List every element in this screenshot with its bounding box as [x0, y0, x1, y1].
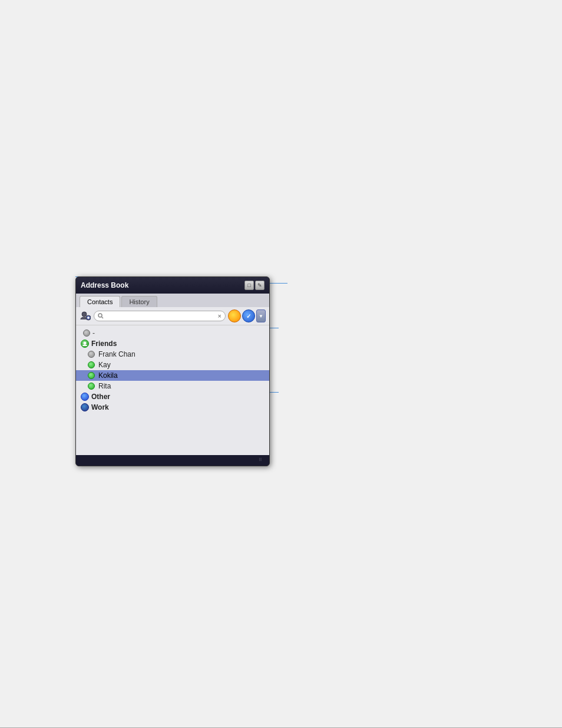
list-item[interactable]: Rita [76, 381, 269, 391]
window-title: Address Book [81, 281, 128, 289]
address-book-window: Address Book □ ✎ Contacts History [75, 276, 270, 466]
list-item-selected[interactable]: Kokila [76, 370, 269, 381]
list-item[interactable]: Frank Chan [76, 349, 269, 360]
filter-dropdown-button[interactable]: ▼ [256, 309, 266, 322]
filter-blue-button[interactable] [242, 309, 255, 322]
group-label-work: Work [91, 403, 109, 411]
title-bar-buttons: □ ✎ [244, 281, 265, 290]
svg-point-0 [82, 312, 87, 317]
group-label-other: Other [91, 393, 110, 401]
list-item[interactable]: - [76, 328, 269, 338]
contact-label: Frank Chan [98, 350, 135, 358]
group-label-friends: Friends [91, 340, 117, 348]
filter-buttons: ▼ [228, 309, 266, 322]
group-header-friends[interactable]: Friends [76, 338, 269, 349]
contact-label: Kokila [98, 371, 118, 380]
list-item[interactable]: Kay [76, 360, 269, 370]
status-icon [88, 361, 95, 368]
status-icon [88, 383, 95, 390]
edit-button[interactable]: ✎ [255, 281, 265, 290]
contact-label: - [92, 329, 95, 337]
resize-handle[interactable]: ⠿ [259, 457, 265, 463]
svg-point-6 [84, 342, 87, 345]
filter-orange-button[interactable] [228, 309, 241, 322]
toolbar: × ▼ [76, 307, 269, 325]
window-footer: ⠿ [76, 455, 269, 466]
search-box: × [94, 311, 226, 321]
svg-line-5 [102, 317, 104, 319]
contact-label: Rita [98, 382, 111, 390]
status-icon-offline [83, 330, 90, 337]
search-clear-button[interactable]: × [218, 312, 222, 319]
group-header-other[interactable]: Other [76, 391, 269, 402]
tab-contacts[interactable]: Contacts [80, 296, 120, 307]
contact-label: Kay [98, 361, 111, 369]
status-icon [88, 372, 95, 379]
add-contact-button[interactable] [80, 310, 91, 322]
group-icon-friends [81, 340, 89, 348]
tab-history[interactable]: History [121, 296, 157, 307]
title-bar: Address Book □ ✎ [76, 277, 269, 294]
group-icon-work [81, 403, 89, 411]
group-header-work[interactable]: Work [76, 402, 269, 413]
tabs-bar: Contacts History [76, 294, 269, 307]
minimize-button[interactable]: □ [244, 281, 254, 290]
contact-list: - Friends Frank Chan Kay Kokila [76, 325, 269, 455]
group-icon-other [81, 393, 89, 401]
svg-point-4 [98, 314, 102, 317]
search-input[interactable] [105, 312, 218, 319]
status-icon [88, 351, 95, 358]
